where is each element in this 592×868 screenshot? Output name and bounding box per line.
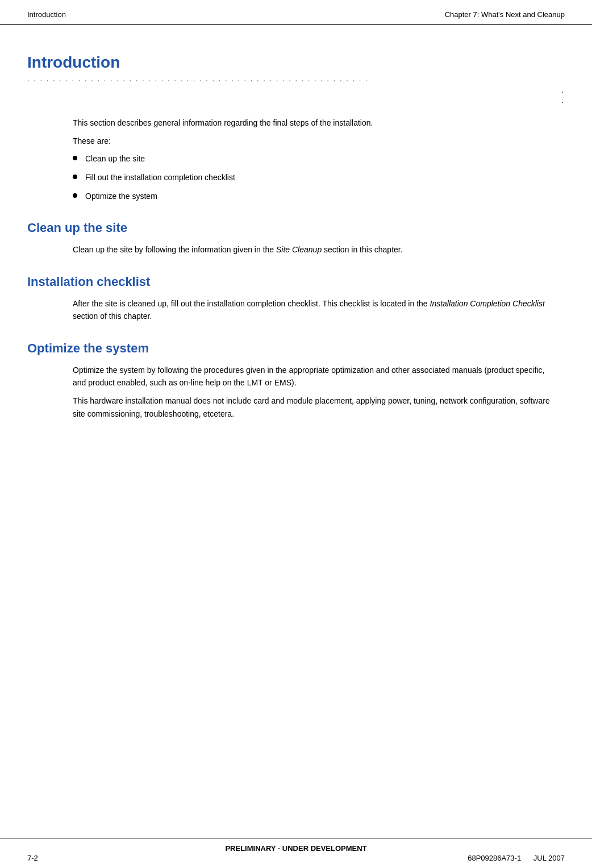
section1-paragraph: Clean up the site by following the infor… [73,243,553,256]
section3-body: Optimize the system by following the pro… [27,364,565,421]
header-left: Introduction [27,10,66,19]
intro-section: This section describes general informati… [27,117,565,203]
section1-heading: Clean up the site [27,221,565,235]
bullet-text-3: Optimize the system [85,190,157,202]
page-header: Introduction Chapter 7: What's Next and … [0,0,592,25]
bullet-text-1: Clean up the site [85,153,145,165]
section3-heading: Optimize the system [27,341,565,356]
main-title: Introduction [27,53,565,72]
section1-para-start: Clean up the site by following the infor… [73,245,276,254]
section1-italic: Site Cleanup [276,245,322,254]
dot-line-3: . [561,95,565,106]
bullet-dot-1 [73,156,77,160]
bullet-dot-2 [73,175,77,179]
bullet-text-2: Fill out the installation completion che… [85,172,235,184]
section2-para-end: section of this chapter. [73,312,152,321]
section2-body: After the site is cleaned up, fill out t… [27,297,565,323]
section3-paragraph2: This hardware installation manual does n… [73,394,553,420]
section2-heading: Installation checklist [27,275,565,289]
section2-italic: Installation Completion Checklist [430,299,545,308]
list-item: Clean up the site [73,153,553,165]
bullet-dot-3 [73,193,77,198]
section3-paragraph1: Optimize the system by following the pro… [73,364,553,389]
dot-line-1: . . . . . . . . . . . . . . . . . . . . … [27,74,565,84]
footer-page-number: 7-2 [27,854,38,862]
footer-date: JUL 2007 [533,854,565,862]
footer-right: 68P09286A73-1 JUL 2007 [468,854,565,862]
list-item: Fill out the installation completion che… [73,172,553,184]
page-footer: PRELIMINARY - UNDER DEVELOPMENT 7-2 68P0… [0,838,592,868]
section2-para-start: After the site is cleaned up, fill out t… [73,299,430,308]
intro-paragraph: This section describes general informati… [73,117,553,129]
intro-these-are: These are: [73,135,553,147]
footer-bottom: 7-2 68P09286A73-1 JUL 2007 [27,854,565,862]
section1-para-end: section in this chapter. [322,245,402,254]
footer-middle: PRELIMINARY - UNDER DEVELOPMENT [27,844,565,853]
section1-body: Clean up the site by following the infor… [27,243,565,256]
page-content: Introduction . . . . . . . . . . . . . .… [0,25,592,471]
header-right: Chapter 7: What's Next and Cleanup [445,10,565,19]
section2-paragraph: After the site is cleaned up, fill out t… [73,297,553,323]
bullet-list: Clean up the site Fill out the installat… [73,153,553,202]
list-item: Optimize the system [73,190,553,202]
dot-line-2: . [561,85,565,95]
footer-doc-number: 68P09286A73-1 [468,854,521,862]
